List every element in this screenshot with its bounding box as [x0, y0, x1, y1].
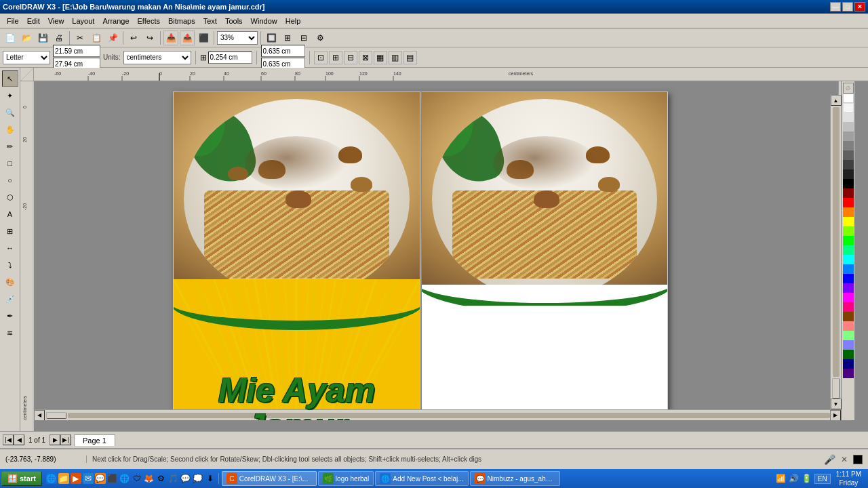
eyedropper-tool[interactable]: 💉: [2, 291, 18, 307]
tray-network[interactable]: 📶: [776, 474, 786, 483]
close-button[interactable]: ✕: [854, 2, 865, 12]
quick-dc[interactable]: ⚙: [156, 473, 167, 484]
redo-button[interactable]: ↪: [142, 30, 157, 45]
color-swatch-2[interactable]: [843, 113, 854, 122]
print-button[interactable]: 🖨: [52, 30, 66, 45]
maximize-button[interactable]: □: [842, 2, 853, 12]
color-swatch-8[interactable]: [843, 169, 854, 179]
align-btn2[interactable]: ⊞: [329, 51, 342, 64]
undo-button[interactable]: ↩: [126, 30, 141, 45]
color-orange[interactable]: [843, 207, 854, 217]
taskbar-add-post[interactable]: 🌐 Add New Post < belaj...: [375, 471, 468, 486]
rect-tool[interactable]: □: [2, 155, 18, 171]
color-salmon[interactable]: [843, 321, 854, 331]
color-navy[interactable]: [843, 359, 854, 369]
color-indigo[interactable]: [843, 369, 854, 378]
card-right[interactable]: [420, 92, 668, 420]
color-red[interactable]: [843, 198, 854, 207]
clock-display[interactable]: 1:11 PM Friday: [833, 470, 864, 487]
quick-ie2[interactable]: 🌐: [119, 473, 130, 484]
align-btn7[interactable]: ▤: [403, 51, 417, 64]
hscroll-left[interactable]: ◀: [34, 410, 45, 421]
color-darkgreen[interactable]: [843, 350, 854, 359]
quick-download[interactable]: ⬇: [205, 473, 216, 484]
color-periwinkle[interactable]: [843, 340, 854, 350]
no-color-swatch[interactable]: ∅: [843, 83, 854, 94]
quick-folder[interactable]: 📁: [58, 473, 69, 484]
color-rose[interactable]: [843, 302, 854, 312]
quick-ie[interactable]: 🌐: [46, 473, 57, 484]
table-tool[interactable]: ⊞: [2, 223, 18, 239]
quick-chat[interactable]: 💬: [95, 473, 106, 484]
align-btn4[interactable]: ⊠: [359, 51, 372, 64]
menu-help[interactable]: Help: [281, 16, 305, 26]
color-mint[interactable]: [843, 245, 854, 255]
zoom-select[interactable]: 33% 50% 75% 100%: [217, 31, 258, 45]
color-black[interactable]: [843, 179, 854, 188]
color-magenta[interactable]: [843, 293, 854, 302]
start-button[interactable]: 🪟 start: [1, 471, 42, 486]
color-swatch-4[interactable]: [843, 131, 854, 141]
menu-text[interactable]: Text: [199, 16, 221, 26]
quick-pidgin[interactable]: 💬: [180, 473, 191, 484]
outline-tool[interactable]: ✒: [2, 308, 18, 324]
quick-mail[interactable]: ✉: [83, 473, 94, 484]
color-swatch-7[interactable]: [843, 160, 854, 169]
color-swatch-3[interactable]: [843, 122, 854, 131]
color-lightgreen[interactable]: [843, 331, 854, 340]
align-btn6[interactable]: ▥: [389, 51, 402, 64]
hscroll-handle[interactable]: [46, 412, 66, 419]
snap-btn[interactable]: 🔲: [264, 30, 279, 45]
color-swatch-1[interactable]: [843, 103, 854, 113]
nudge-input[interactable]: [208, 52, 252, 64]
export-button[interactable]: 📤: [180, 30, 195, 45]
page-next-btn[interactable]: ▶: [50, 434, 60, 445]
card-left[interactable]: .ray { stroke: #f0d000; stroke-width: 2;…: [173, 92, 420, 420]
menu-layout[interactable]: Layout: [68, 16, 98, 26]
menu-tools[interactable]: Tools: [221, 16, 247, 26]
color-darkred[interactable]: [843, 188, 854, 198]
app-launcher-button[interactable]: ⬛: [196, 30, 211, 45]
import-button[interactable]: 📥: [163, 30, 178, 45]
quick-media[interactable]: ▶: [71, 473, 81, 484]
paper-size-select[interactable]: Letter: [3, 51, 50, 64]
menu-edit[interactable]: Edit: [23, 16, 44, 26]
paste-button[interactable]: 📌: [105, 30, 120, 45]
align-btn3[interactable]: ⊟: [344, 51, 357, 64]
align-btn5[interactable]: ▦: [374, 51, 387, 64]
shape-tool[interactable]: ✦: [2, 87, 18, 104]
color-swatch-5[interactable]: [843, 141, 854, 150]
fill-tool[interactable]: 🎨: [2, 274, 18, 290]
options-btn[interactable]: ⚙: [313, 30, 328, 45]
select-tool[interactable]: ↖: [2, 70, 18, 87]
color-yellow[interactable]: [843, 217, 854, 226]
width-input[interactable]: [53, 45, 100, 57]
vscroll-up[interactable]: ▲: [831, 95, 842, 106]
units-select[interactable]: centimeters inches: [123, 51, 191, 64]
page-tab-1[interactable]: Page 1: [74, 434, 115, 446]
taskbar-nimbuzz[interactable]: 💬 Nimbuzz - agus_ahsan: [470, 471, 560, 486]
color-swatch-6[interactable]: [843, 150, 854, 160]
quick-firefox[interactable]: 🦊: [144, 473, 155, 484]
color-brown[interactable]: [843, 312, 854, 321]
cut-button[interactable]: ✂: [73, 30, 87, 45]
zoom-tool-left[interactable]: 🔍: [2, 104, 18, 121]
ellipse-tool[interactable]: ○: [2, 172, 18, 188]
taskbar-coreldraw[interactable]: C CorelDRAW X3 - [E:\...: [222, 471, 317, 486]
vscroll-down[interactable]: ▼: [831, 399, 842, 409]
tray-battery[interactable]: 🔋: [802, 474, 812, 483]
menu-window[interactable]: Window: [247, 16, 281, 26]
page-first-btn[interactable]: |◀: [3, 434, 14, 445]
color-white[interactable]: [843, 94, 854, 103]
taskbar-logo-herbal[interactable]: 🌿 logo herbal: [318, 471, 374, 486]
drawing-canvas[interactable]: .ray { stroke: #f0d000; stroke-width: 2;…: [34, 81, 854, 420]
minimize-button[interactable]: —: [830, 2, 841, 12]
vscroll-track[interactable]: [833, 107, 840, 377]
menu-file[interactable]: File: [3, 16, 23, 26]
polygon-tool[interactable]: ⬡: [2, 189, 18, 205]
connector-tool[interactable]: ⤵: [2, 257, 18, 273]
close-status-icon[interactable]: ✕: [841, 455, 848, 464]
align-btn1[interactable]: ⊡: [314, 51, 328, 64]
menu-arrange[interactable]: Arrange: [98, 16, 133, 26]
grid-btn[interactable]: ⊞: [280, 30, 295, 45]
